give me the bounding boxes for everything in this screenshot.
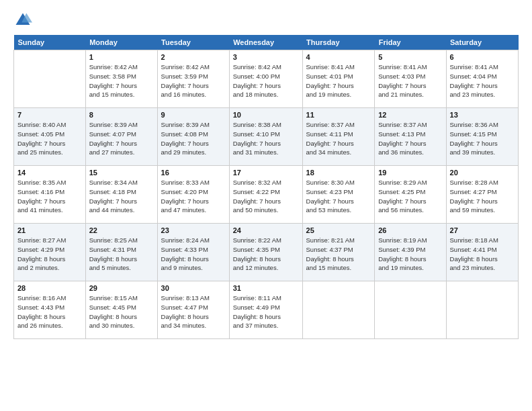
header (13, 11, 519, 30)
day-detail: Sunrise: 8:27 AM Sunset: 4:29 PM Dayligh… (17, 236, 82, 273)
day-cell: 15Sunrise: 8:34 AM Sunset: 4:18 PM Dayli… (85, 166, 157, 224)
col-sunday: Sunday (14, 35, 86, 50)
day-detail: Sunrise: 8:40 AM Sunset: 4:05 PM Dayligh… (17, 120, 82, 157)
day-detail: Sunrise: 8:41 AM Sunset: 4:04 PM Dayligh… (450, 62, 515, 99)
day-number: 8 (89, 111, 154, 119)
day-number: 7 (17, 111, 82, 119)
day-detail: Sunrise: 8:29 AM Sunset: 4:25 PM Dayligh… (378, 178, 442, 215)
day-number: 6 (450, 53, 515, 61)
day-cell: 27Sunrise: 8:18 AM Sunset: 4:41 PM Dayli… (446, 224, 518, 281)
day-cell: 3Sunrise: 8:42 AM Sunset: 4:00 PM Daylig… (229, 50, 302, 108)
day-cell (375, 281, 446, 339)
day-detail: Sunrise: 8:33 AM Sunset: 4:20 PM Dayligh… (161, 178, 226, 215)
day-number: 5 (378, 53, 442, 61)
col-wednesday: Wednesday (229, 35, 302, 50)
day-cell: 1Sunrise: 8:42 AM Sunset: 3:58 PM Daylig… (85, 50, 157, 108)
day-detail: Sunrise: 8:32 AM Sunset: 4:22 PM Dayligh… (233, 178, 299, 215)
day-cell: 17Sunrise: 8:32 AM Sunset: 4:22 PM Dayli… (229, 166, 302, 224)
day-detail: Sunrise: 8:21 AM Sunset: 4:37 PM Dayligh… (306, 236, 371, 273)
day-cell: 18Sunrise: 8:30 AM Sunset: 4:23 PM Dayli… (302, 166, 375, 224)
day-detail: Sunrise: 8:11 AM Sunset: 4:49 PM Dayligh… (233, 293, 299, 330)
day-number: 18 (306, 169, 371, 177)
day-cell: 7Sunrise: 8:40 AM Sunset: 4:05 PM Daylig… (14, 108, 86, 166)
col-friday: Friday (375, 35, 446, 50)
day-cell: 28Sunrise: 8:16 AM Sunset: 4:43 PM Dayli… (14, 281, 86, 339)
day-cell: 31Sunrise: 8:11 AM Sunset: 4:49 PM Dayli… (229, 281, 302, 339)
day-number: 14 (17, 169, 82, 177)
day-cell: 26Sunrise: 8:19 AM Sunset: 4:39 PM Dayli… (375, 224, 446, 281)
header-row: Sunday Monday Tuesday Wednesday Thursday… (14, 35, 519, 50)
calendar-table: Sunday Monday Tuesday Wednesday Thursday… (13, 35, 519, 339)
day-cell: 22Sunrise: 8:25 AM Sunset: 4:31 PM Dayli… (85, 224, 157, 281)
day-cell: 4Sunrise: 8:41 AM Sunset: 4:01 PM Daylig… (302, 50, 375, 108)
day-detail: Sunrise: 8:25 AM Sunset: 4:31 PM Dayligh… (89, 236, 154, 273)
calendar-body: 1Sunrise: 8:42 AM Sunset: 3:58 PM Daylig… (14, 50, 519, 339)
col-saturday: Saturday (446, 35, 518, 50)
day-detail: Sunrise: 8:41 AM Sunset: 4:03 PM Dayligh… (378, 62, 442, 99)
day-cell (446, 281, 518, 339)
day-detail: Sunrise: 8:19 AM Sunset: 4:39 PM Dayligh… (378, 236, 442, 273)
day-cell: 21Sunrise: 8:27 AM Sunset: 4:29 PM Dayli… (14, 224, 86, 281)
day-cell: 13Sunrise: 8:36 AM Sunset: 4:15 PM Dayli… (446, 108, 518, 166)
day-number: 12 (378, 111, 442, 119)
day-cell: 16Sunrise: 8:33 AM Sunset: 4:20 PM Dayli… (157, 166, 229, 224)
week-row-4: 21Sunrise: 8:27 AM Sunset: 4:29 PM Dayli… (14, 224, 519, 281)
day-cell: 6Sunrise: 8:41 AM Sunset: 4:04 PM Daylig… (446, 50, 518, 108)
day-number: 16 (161, 169, 226, 177)
day-cell (302, 281, 375, 339)
day-number: 13 (450, 111, 515, 119)
day-cell: 5Sunrise: 8:41 AM Sunset: 4:03 PM Daylig… (375, 50, 446, 108)
day-detail: Sunrise: 8:15 AM Sunset: 4:45 PM Dayligh… (89, 293, 154, 330)
day-cell (14, 50, 86, 108)
day-detail: Sunrise: 8:34 AM Sunset: 4:18 PM Dayligh… (89, 178, 154, 215)
day-number: 2 (161, 53, 226, 61)
day-cell: 23Sunrise: 8:24 AM Sunset: 4:33 PM Dayli… (157, 224, 229, 281)
day-detail: Sunrise: 8:42 AM Sunset: 3:59 PM Dayligh… (161, 62, 226, 99)
day-detail: Sunrise: 8:39 AM Sunset: 4:08 PM Dayligh… (161, 120, 226, 157)
day-detail: Sunrise: 8:35 AM Sunset: 4:16 PM Dayligh… (17, 178, 82, 215)
day-cell: 8Sunrise: 8:39 AM Sunset: 4:07 PM Daylig… (85, 108, 157, 166)
day-number: 9 (161, 111, 226, 119)
day-detail: Sunrise: 8:38 AM Sunset: 4:10 PM Dayligh… (233, 120, 299, 157)
day-number: 10 (233, 111, 299, 119)
day-detail: Sunrise: 8:18 AM Sunset: 4:41 PM Dayligh… (450, 236, 515, 273)
col-thursday: Thursday (302, 35, 375, 50)
day-number: 3 (233, 53, 299, 61)
day-number: 1 (89, 53, 154, 61)
day-detail: Sunrise: 8:42 AM Sunset: 4:00 PM Dayligh… (233, 62, 299, 99)
day-detail: Sunrise: 8:37 AM Sunset: 4:11 PM Dayligh… (306, 120, 371, 157)
day-cell: 20Sunrise: 8:28 AM Sunset: 4:27 PM Dayli… (446, 166, 518, 224)
day-number: 15 (89, 169, 154, 177)
day-number: 19 (378, 169, 442, 177)
day-detail: Sunrise: 8:13 AM Sunset: 4:47 PM Dayligh… (161, 293, 226, 330)
day-detail: Sunrise: 8:36 AM Sunset: 4:15 PM Dayligh… (450, 120, 515, 157)
day-detail: Sunrise: 8:39 AM Sunset: 4:07 PM Dayligh… (89, 120, 154, 157)
day-detail: Sunrise: 8:30 AM Sunset: 4:23 PM Dayligh… (306, 178, 371, 215)
day-number: 20 (450, 169, 515, 177)
day-detail: Sunrise: 8:28 AM Sunset: 4:27 PM Dayligh… (450, 178, 515, 215)
week-row-5: 28Sunrise: 8:16 AM Sunset: 4:43 PM Dayli… (14, 281, 519, 339)
day-cell: 2Sunrise: 8:42 AM Sunset: 3:59 PM Daylig… (157, 50, 229, 108)
day-cell: 12Sunrise: 8:37 AM Sunset: 4:13 PM Dayli… (375, 108, 446, 166)
day-number: 31 (233, 284, 299, 292)
day-cell: 24Sunrise: 8:22 AM Sunset: 4:35 PM Dayli… (229, 224, 302, 281)
logo-icon (13, 11, 32, 30)
day-cell: 9Sunrise: 8:39 AM Sunset: 4:08 PM Daylig… (157, 108, 229, 166)
logo (13, 11, 35, 30)
week-row-2: 7Sunrise: 8:40 AM Sunset: 4:05 PM Daylig… (14, 108, 519, 166)
day-number: 30 (161, 284, 226, 292)
week-row-3: 14Sunrise: 8:35 AM Sunset: 4:16 PM Dayli… (14, 166, 519, 224)
day-cell: 14Sunrise: 8:35 AM Sunset: 4:16 PM Dayli… (14, 166, 86, 224)
day-detail: Sunrise: 8:22 AM Sunset: 4:35 PM Dayligh… (233, 236, 299, 273)
day-detail: Sunrise: 8:37 AM Sunset: 4:13 PM Dayligh… (378, 120, 442, 157)
day-number: 27 (450, 226, 515, 234)
day-cell: 19Sunrise: 8:29 AM Sunset: 4:25 PM Dayli… (375, 166, 446, 224)
day-detail: Sunrise: 8:41 AM Sunset: 4:01 PM Dayligh… (306, 62, 371, 99)
day-detail: Sunrise: 8:16 AM Sunset: 4:43 PM Dayligh… (17, 293, 82, 330)
day-number: 26 (378, 226, 442, 234)
day-number: 28 (17, 284, 82, 292)
day-number: 22 (89, 226, 154, 234)
day-detail: Sunrise: 8:24 AM Sunset: 4:33 PM Dayligh… (161, 236, 226, 273)
day-cell: 29Sunrise: 8:15 AM Sunset: 4:45 PM Dayli… (85, 281, 157, 339)
day-cell: 11Sunrise: 8:37 AM Sunset: 4:11 PM Dayli… (302, 108, 375, 166)
